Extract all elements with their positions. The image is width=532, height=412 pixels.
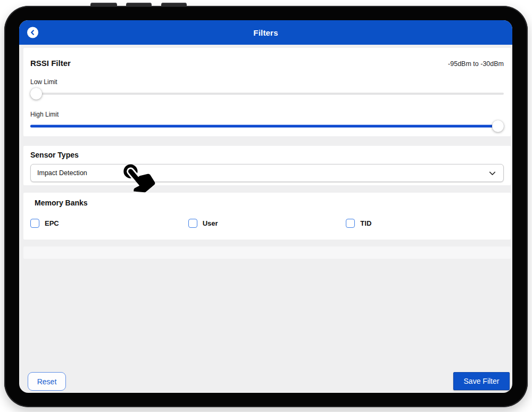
rssi-filter-card: RSSI Filter -95dBm to -30dBm Low Limit H… [23, 48, 511, 136]
slider-fill [30, 125, 504, 128]
memory-banks-title: Memory Banks [30, 193, 504, 207]
rssi-filter-title: RSSI Filter [30, 59, 71, 68]
tablet-frame: Filters RSSI Filter -95dBm to -30dBm Low… [4, 6, 528, 407]
app-bar: Filters [19, 20, 512, 45]
low-limit-label: Low Limit [30, 78, 504, 86]
chevron-left-icon [30, 30, 36, 36]
high-limit-slider-handle[interactable] [492, 120, 504, 132]
epc-checkbox-label: EPC [45, 219, 59, 227]
save-filter-button[interactable]: Save Filter [453, 372, 510, 390]
tid-checkbox[interactable] [346, 219, 355, 228]
slider-track [30, 93, 504, 95]
back-button[interactable] [27, 27, 38, 38]
reset-button[interactable]: Reset [28, 372, 66, 391]
low-limit-slider-handle[interactable] [30, 88, 42, 100]
tid-checkbox-label: TID [360, 219, 371, 227]
sensor-types-selected-value: Impact Detection [37, 169, 87, 177]
rssi-range-text: -95dBm to -30dBm [448, 60, 504, 68]
user-checkbox-label: User [203, 219, 218, 227]
memory-bank-option-tid: TID [346, 219, 504, 228]
memory-banks-row: EPC User TID [30, 219, 504, 228]
memory-banks-card: Memory Banks EPC User TID [23, 193, 511, 240]
empty-section-strip [23, 246, 511, 259]
screen: Filters RSSI Filter -95dBm to -30dBm Low… [19, 20, 512, 393]
high-limit-label: High Limit [30, 111, 504, 118]
low-limit-slider[interactable] [30, 87, 504, 100]
page-title: Filters [253, 28, 278, 37]
sensor-types-card: Sensor Types Impact Detection [23, 146, 511, 185]
chevron-down-icon [488, 169, 497, 178]
user-checkbox[interactable] [188, 219, 197, 228]
sensor-types-dropdown[interactable]: Impact Detection [30, 164, 504, 182]
canvas: Filters RSSI Filter -95dBm to -30dBm Low… [0, 0, 532, 412]
memory-bank-option-user: User [188, 219, 346, 228]
memory-bank-option-epc: EPC [30, 219, 188, 228]
high-limit-slider[interactable] [30, 120, 504, 133]
epc-checkbox[interactable] [30, 219, 39, 228]
sensor-types-title: Sensor Types [30, 146, 504, 159]
